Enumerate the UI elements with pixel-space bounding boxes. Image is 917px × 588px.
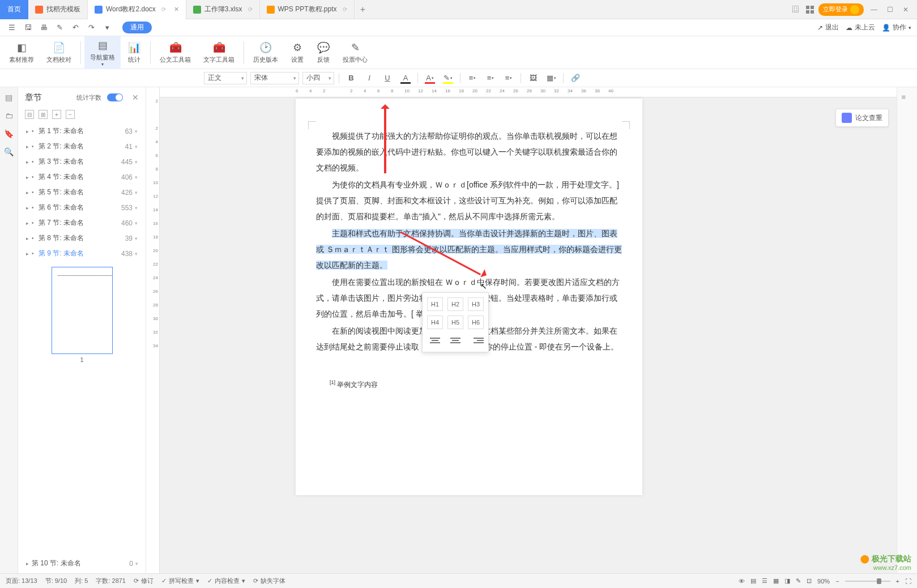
exit-button[interactable]: ↗退出 [817, 23, 839, 32]
highlight-tool-icon[interactable]: ✎ [796, 577, 801, 585]
add-section-icon[interactable]: + [52, 110, 61, 119]
align-left-button[interactable] [427, 334, 443, 347]
remove-section-icon[interactable]: − [66, 110, 75, 119]
redo-icon[interactable]: ↷ [85, 22, 97, 34]
paper-check-button[interactable]: 论文查重 [835, 109, 889, 127]
ribbon-text-tools[interactable]: 🧰文字工具箱 [198, 39, 240, 66]
collab-button[interactable]: 👤协作▾ [882, 23, 911, 32]
print-icon[interactable]: 🖶 [37, 22, 50, 34]
ribbon-navigation[interactable]: ▤导航窗格▾ [84, 36, 121, 69]
status-spell[interactable]: ✓ 拼写检查 ▾ [161, 577, 199, 585]
save-icon[interactable]: 🖫 [22, 22, 34, 34]
tab-xlsx[interactable]: 工作簿3.xlsx ⟳ [186, 0, 260, 19]
table-button[interactable]: ▦ [544, 71, 558, 85]
chapter-section-7[interactable]: ▸•第 7 节: 未命名460▾ [18, 215, 146, 231]
chapter-section-1[interactable]: ▸•第 1 节: 未命名63▾ [18, 123, 146, 139]
font-select[interactable]: 宋体 [250, 72, 299, 84]
fit-width-icon[interactable]: ⊡ [807, 577, 812, 585]
rail-search-icon[interactable]: 🔍 [3, 146, 15, 157]
align-center-button[interactable] [447, 334, 463, 347]
home-tab[interactable]: 首页 [0, 0, 28, 19]
chapter-section-2[interactable]: ▸•第 2 节: 未命名41▾ [18, 139, 146, 154]
app-grid-icon[interactable] [806, 6, 814, 14]
chapter-section-5[interactable]: ▸•第 5 节: 未命名426▾ [18, 185, 146, 200]
ribbon-history[interactable]: 🕑历史版本 [248, 39, 284, 66]
chapter-section-9[interactable]: ▸•第 9 节: 未命名438▾ [18, 246, 146, 261]
page-thumbnail[interactable]: ▬▬▬▬▬▬▬▬▬▬▬▬▬▬▬▬▬▬▬▬▬▬▬▬▬▬▬▬▬▬▬▬▬▬▬▬▬▬▬▬… [52, 267, 113, 354]
close-button[interactable]: ✕ [900, 4, 911, 15]
status-missfont[interactable]: ⟳ 缺失字体 [253, 577, 285, 585]
eye-mode-icon[interactable]: 👁 [739, 578, 745, 585]
rail-doc-icon[interactable]: ▤ [3, 92, 15, 103]
restore-icon[interactable]: ⟳ [343, 6, 347, 12]
status-section[interactable]: 节: 9/10 [45, 577, 67, 585]
panel-close-icon[interactable]: ✕ [132, 93, 139, 102]
status-content[interactable]: ✓ 内容检查 ▾ [207, 577, 245, 585]
preview-icon[interactable]: ✎ [53, 22, 66, 34]
heading-h4[interactable]: H4 [427, 316, 443, 329]
footnote[interactable]: [1] 举例文字内容 [316, 377, 622, 391]
heading-h6[interactable]: H6 [468, 316, 484, 329]
fullscreen-icon[interactable]: ⛶ [905, 578, 911, 585]
image-button[interactable]: 🖼 [526, 71, 540, 85]
zoom-slider[interactable] [845, 581, 890, 582]
chapter-section-10[interactable]: ▸ 第 10 节: 未命名 0 ▾ [18, 556, 146, 571]
add-tab-button[interactable]: + [355, 5, 372, 15]
cloud-status[interactable]: ☁未上云 [846, 23, 875, 32]
status-words[interactable]: 字数: 2871 [96, 577, 126, 585]
font-color-button[interactable]: A [423, 71, 437, 85]
chapter-section-6[interactable]: ▸•第 6 节: 未命名553▾ [18, 200, 146, 215]
link-button[interactable]: 🔗 [568, 71, 583, 85]
reader-mode-icon[interactable]: ⿶ [790, 4, 801, 15]
bold-button[interactable]: B [344, 71, 359, 85]
paragraph-2[interactable]: 为使你的文档具有专业外观，Ｗｏｒｄ[office 系列软件中的一款，用于处理文字… [316, 177, 622, 224]
view-web-icon[interactable]: ▦ [773, 577, 779, 585]
view-page-icon[interactable]: ▤ [750, 577, 756, 585]
view-read-icon[interactable]: ◨ [784, 577, 790, 585]
vertical-ruler[interactable]: 2246810121416182022242628303234 [146, 87, 160, 573]
underline-button[interactable]: U [380, 71, 395, 85]
horizontal-ruler[interactable]: 642246810121416182022242628303234363840 [160, 87, 897, 97]
rail-bookmark-icon[interactable]: 🔖 [3, 128, 15, 139]
style-select[interactable]: 正文 [204, 72, 247, 84]
ribbon-settings[interactable]: ⚙设置 [285, 39, 310, 66]
align-right-button[interactable] [468, 334, 484, 347]
status-revise[interactable]: ⟳ 修订 [134, 577, 153, 585]
heading-h2[interactable]: H2 [447, 297, 463, 311]
rail-collapse-icon[interactable]: ≡ [902, 93, 913, 104]
zoom-level[interactable]: 90% [817, 578, 830, 585]
collapse-all-icon[interactable]: ⊟ [25, 110, 34, 119]
zoom-in-button[interactable]: + [896, 578, 899, 585]
status-page[interactable]: 页面: 13/13 [6, 577, 37, 585]
tab-template[interactable]: 找稻壳模板 [28, 0, 88, 19]
ribbon-feedback[interactable]: 💬反馈 [311, 39, 336, 66]
align-button[interactable]: ≡ [501, 71, 516, 85]
view-outline-icon[interactable]: ☰ [762, 577, 767, 585]
undo-icon[interactable]: ↶ [69, 22, 82, 34]
numbered-list-button[interactable]: ≡ [465, 71, 480, 85]
expand-all-icon[interactable]: ⊞ [39, 110, 48, 119]
heading-h1[interactable]: H1 [427, 297, 443, 311]
ribbon-proofread[interactable]: 📄文档校对 [41, 39, 77, 66]
highlight-button[interactable]: ✎ [441, 71, 455, 85]
maximize-button[interactable]: ☐ [884, 4, 895, 15]
font-size-select[interactable]: 小四 [302, 72, 334, 84]
font-color-a-button[interactable]: A [398, 71, 413, 85]
ribbon-stats[interactable]: 📊统计 [122, 39, 147, 66]
status-column[interactable]: 列: 5 [75, 577, 88, 585]
italic-button[interactable]: I [362, 71, 377, 85]
zoom-out-button[interactable]: − [835, 578, 839, 585]
wordcount-toggle[interactable] [107, 93, 123, 101]
ribbon-official-tools[interactable]: 🧰公文工具箱 [154, 39, 197, 66]
dropdown-icon[interactable]: ▾ [101, 22, 113, 34]
tab-word-doc[interactable]: Word教程2.docx ⟳ ✕ [88, 0, 186, 19]
close-icon[interactable]: ✕ [174, 6, 179, 13]
restore-icon[interactable]: ⟳ [248, 6, 253, 12]
ribbon-vote[interactable]: ✎投票中心 [337, 39, 373, 66]
menu-icon[interactable]: ☰ [6, 22, 18, 34]
heading-h3[interactable]: H3 [468, 297, 484, 311]
paragraph-1[interactable]: 视频提供了功能强大的方法帮助你证明你的观点。当你单击联机视频时，可以在想要添加的… [316, 128, 622, 176]
login-button[interactable]: 立即登录 [818, 3, 864, 16]
general-tab[interactable]: 通用 [122, 22, 152, 33]
minimize-button[interactable]: — [868, 4, 880, 15]
